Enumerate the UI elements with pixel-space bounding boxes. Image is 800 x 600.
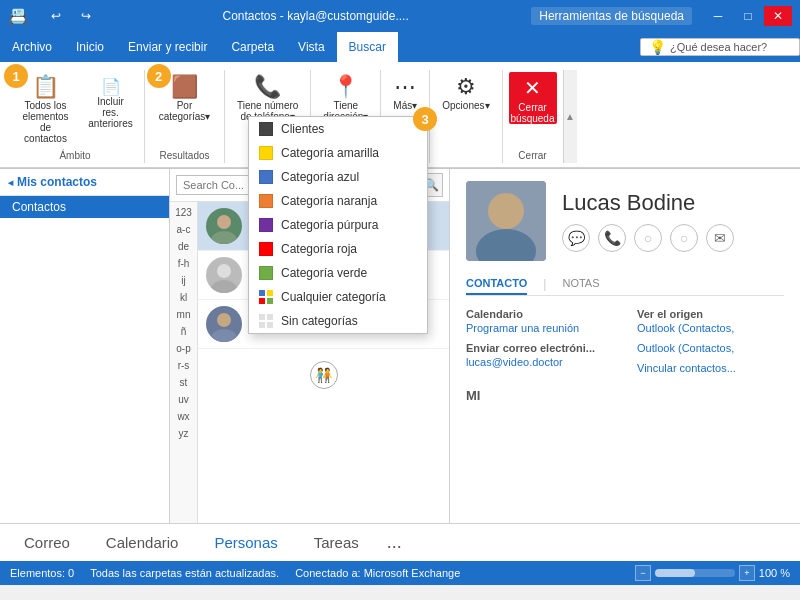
menu-inicio[interactable]: Inicio bbox=[64, 32, 116, 62]
origin-label: Ver el origen bbox=[637, 308, 784, 320]
alpha-st[interactable]: st bbox=[170, 374, 197, 391]
previous-icon: 📄 bbox=[101, 79, 121, 95]
dropdown-item-naranja[interactable]: Categoría naranja bbox=[249, 189, 427, 213]
window-title: Contactos - kayla@customguide.... bbox=[100, 9, 531, 23]
email-icon-button[interactable]: ✉ bbox=[706, 224, 734, 252]
what-do-placeholder: ¿Qué desea hacer? bbox=[670, 41, 767, 53]
alpha-rs[interactable]: r-s bbox=[170, 357, 197, 374]
menu-vista[interactable]: Vista bbox=[286, 32, 336, 62]
color-swatch-green bbox=[259, 266, 273, 280]
avatar-chris bbox=[206, 306, 242, 342]
menu-enviar[interactable]: Enviar y recibir bbox=[116, 32, 219, 62]
outlook-link1[interactable]: Outlook (Contactos, bbox=[637, 322, 784, 334]
dropdown-item-azul[interactable]: Categoría azul bbox=[249, 165, 427, 189]
alpha-mn[interactable]: mn bbox=[170, 306, 197, 323]
ribbon-group-scope: 1 📋 Todos los elementos de contactos 📄 I… bbox=[6, 70, 145, 163]
color-swatch-yellow bbox=[259, 146, 273, 160]
include-previous-button[interactable]: 📄 Incluir res. anteriores bbox=[83, 76, 138, 132]
dropdown-item-cualquier[interactable]: Cualquier categoría bbox=[249, 285, 427, 309]
alpha-yz[interactable]: yz bbox=[170, 425, 197, 442]
detail-action-icons: 💬 📞 ○ ○ ✉ bbox=[562, 224, 734, 252]
sidebar-item-contactos[interactable]: Contactos bbox=[0, 196, 169, 218]
sidebar-header: ◂ Mis contactos bbox=[0, 169, 169, 196]
svg-point-4 bbox=[217, 313, 231, 327]
zoom-slider[interactable] bbox=[655, 569, 735, 577]
detail-info: Lucas Bodine 💬 📞 ○ ○ ✉ bbox=[562, 190, 734, 252]
avatar-lucas bbox=[206, 208, 242, 244]
alpha-123[interactable]: 123 bbox=[170, 204, 197, 221]
grid-icon-none bbox=[259, 314, 273, 328]
phone-icon: 📞 bbox=[254, 76, 281, 98]
outlook-link2[interactable]: Outlook (Contactos, bbox=[637, 342, 784, 354]
dropdown-item-clientes[interactable]: Clientes bbox=[249, 117, 427, 141]
svg-point-2 bbox=[217, 264, 231, 278]
alpha-de[interactable]: de bbox=[170, 238, 197, 255]
maximize-button[interactable]: □ bbox=[734, 6, 762, 26]
detail-tabs: CONTACTO | NOTAS bbox=[466, 273, 784, 296]
contacts-icon: 📋 bbox=[32, 76, 59, 98]
elements-count: Elementos: 0 bbox=[10, 567, 74, 579]
dropdown-item-verde[interactable]: Categoría verde bbox=[249, 261, 427, 285]
options-button[interactable]: ⚙ Opciones▾ bbox=[436, 72, 495, 115]
chat-icon-button[interactable]: 💬 bbox=[562, 224, 590, 252]
menu-archivo[interactable]: Archivo bbox=[0, 32, 64, 62]
redo-button[interactable]: ↪ bbox=[72, 6, 100, 26]
zoom-value: 100 % bbox=[759, 567, 790, 579]
what-do-input[interactable]: 💡 ¿Qué desea hacer? bbox=[640, 38, 800, 56]
close-search-button[interactable]: ✕ Cerrarbúsqueda bbox=[509, 72, 557, 124]
alpha-uv[interactable]: uv bbox=[170, 391, 197, 408]
alpha-fh[interactable]: f-h bbox=[170, 255, 197, 272]
nav-more[interactable]: ... bbox=[387, 532, 402, 553]
circle1-button[interactable]: ○ bbox=[634, 224, 662, 252]
dropdown-item-purpura[interactable]: Categoría púrpura bbox=[249, 213, 427, 237]
link-contacts-link[interactable]: Vincular contactos... bbox=[637, 362, 784, 374]
add-contact-button[interactable]: 🧑‍🤝‍🧑 bbox=[310, 361, 338, 389]
options-icon: ⚙ bbox=[456, 76, 476, 98]
zoom-in-button[interactable]: + bbox=[739, 565, 755, 581]
nav-personas[interactable]: Personas bbox=[206, 530, 285, 555]
scope-label: Ámbito bbox=[12, 150, 138, 163]
alpha-wx[interactable]: wx bbox=[170, 408, 197, 425]
nav-tareas[interactable]: Tareas bbox=[306, 530, 367, 555]
alpha-n[interactable]: ñ bbox=[170, 323, 197, 340]
zoom-out-button[interactable]: − bbox=[635, 565, 651, 581]
badge-2: 2 bbox=[147, 64, 171, 88]
minimize-button[interactable]: ─ bbox=[704, 6, 732, 26]
undo-button[interactable]: ↩ bbox=[42, 6, 70, 26]
close-button[interactable]: ✕ bbox=[764, 6, 792, 26]
nav-correo[interactable]: Correo bbox=[16, 530, 78, 555]
badge-1: 1 bbox=[4, 64, 28, 88]
folders-status: Todas las carpetas están actualizadas. bbox=[90, 567, 279, 579]
tab-contacto[interactable]: CONTACTO bbox=[466, 273, 527, 295]
dropdown-item-roja[interactable]: Categoría roja bbox=[249, 237, 427, 261]
alpha-kl[interactable]: kl bbox=[170, 289, 197, 306]
phone-icon-button[interactable]: 📞 bbox=[598, 224, 626, 252]
ribbon-collapse-arrow[interactable]: ▲ bbox=[563, 70, 577, 163]
ribbon-group-results: 2 🟫 Porcategorías▾ Resultados bbox=[145, 70, 225, 163]
address-icon: 📍 bbox=[332, 76, 359, 98]
badge-3: 3 bbox=[413, 107, 437, 131]
alpha-ac[interactable]: a-c bbox=[170, 221, 197, 238]
nav-calendario[interactable]: Calendario bbox=[98, 530, 187, 555]
svg-point-0 bbox=[217, 215, 231, 229]
schedule-meeting-link[interactable]: Programar una reunión bbox=[466, 322, 613, 334]
color-swatch-blue bbox=[259, 170, 273, 184]
circle2-button[interactable]: ○ bbox=[670, 224, 698, 252]
contact-photo bbox=[466, 181, 546, 261]
sidebar-collapse-arrow[interactable]: ◂ bbox=[8, 177, 13, 188]
menu-bar: Archivo Inicio Enviar y recibir Carpeta … bbox=[0, 32, 800, 62]
menu-buscar[interactable]: Buscar bbox=[337, 32, 398, 62]
dropdown-item-amarilla[interactable]: Categoría amarilla bbox=[249, 141, 427, 165]
mi-section-label: MI bbox=[466, 388, 784, 403]
alpha-op[interactable]: o-p bbox=[170, 340, 197, 357]
dropdown-item-sin[interactable]: Sin categorías bbox=[249, 309, 427, 333]
menu-carpeta[interactable]: Carpeta bbox=[219, 32, 286, 62]
alpha-ij[interactable]: ij bbox=[170, 272, 197, 289]
color-swatch-red bbox=[259, 242, 273, 256]
email-address-link[interactable]: lucas@video.doctor bbox=[466, 356, 613, 368]
detail-header: Lucas Bodine 💬 📞 ○ ○ ✉ bbox=[466, 181, 784, 261]
close-group-label: Cerrar bbox=[509, 150, 557, 163]
tab-notas[interactable]: NOTAS bbox=[562, 273, 599, 295]
grid-icon-any bbox=[259, 290, 273, 304]
status-bar: Elementos: 0 Todas las carpetas están ac… bbox=[0, 561, 800, 585]
